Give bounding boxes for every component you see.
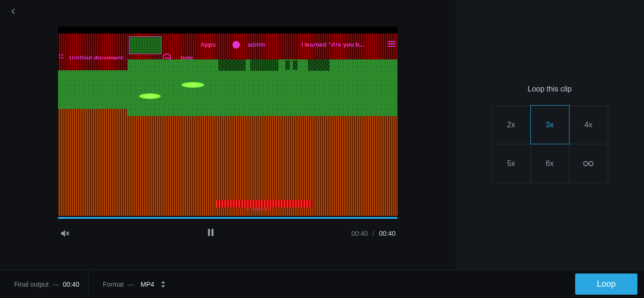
- current-time: 00:40: [351, 230, 368, 237]
- svg-marker-5: [161, 285, 165, 288]
- format-dash: —: [127, 281, 134, 288]
- volume-muted-icon: [60, 228, 70, 239]
- chevron-left-icon: [8, 7, 18, 16]
- loop-option-4x[interactable]: 4x: [570, 106, 608, 144]
- loop-option-2x[interactable]: 2x: [492, 106, 531, 144]
- final-output-group: Final output — 00:40: [0, 270, 89, 298]
- time-display: 00:40 / 00:40: [351, 230, 396, 237]
- video-preview[interactable]: Apps admin I learned "Are you h... Untit…: [58, 26, 397, 217]
- bottom-bar: Final output — 00:40 Format — MP4 Loop: [0, 270, 644, 298]
- editor-panel: Apps admin I learned "Are you h... Untit…: [0, 0, 455, 270]
- back-button[interactable]: [8, 7, 18, 18]
- final-output-label: Final output: [14, 281, 49, 288]
- final-output-value: 00:40: [63, 281, 79, 288]
- preview-bookmark-admin: admin: [248, 41, 265, 48]
- loop-button[interactable]: Loop: [575, 273, 637, 295]
- svg-rect-3: [212, 229, 214, 236]
- infinity-icon: [583, 158, 594, 169]
- preview-bookmark-learned: I learned "Are you h...: [301, 41, 364, 48]
- loop-option-6x[interactable]: 6x: [531, 144, 570, 183]
- loop-title: Loop this clip: [528, 85, 571, 93]
- player-controls: 00:40 / 00:40: [58, 219, 397, 240]
- loop-panel: Loop this clip 2x 3x 4x 5x 6x: [455, 0, 644, 270]
- loop-option-3x[interactable]: 3x: [530, 105, 570, 144]
- svg-rect-2: [208, 229, 210, 236]
- preview-watermark: © copyright: [247, 207, 271, 211]
- total-time: 00:40: [379, 230, 396, 237]
- svg-marker-4: [161, 281, 165, 283]
- final-output-dash: —: [52, 281, 59, 288]
- loop-option-infinite[interactable]: [570, 144, 608, 183]
- pause-icon: [206, 227, 215, 238]
- format-value[interactable]: MP4: [140, 281, 154, 288]
- loop-grid: 2x 3x 4x 5x 6x: [492, 106, 608, 183]
- sort-icon: [161, 281, 165, 288]
- mute-button[interactable]: [60, 228, 70, 239]
- preview-bookmark-apps: Apps: [200, 41, 216, 48]
- hamburger-icon: [388, 41, 396, 48]
- format-select[interactable]: [161, 281, 165, 288]
- time-separator: /: [372, 230, 374, 237]
- progress-bar[interactable]: [58, 217, 397, 219]
- format-label: Format: [103, 281, 124, 288]
- loop-option-5x[interactable]: 5x: [492, 144, 531, 183]
- pause-button[interactable]: [206, 227, 215, 240]
